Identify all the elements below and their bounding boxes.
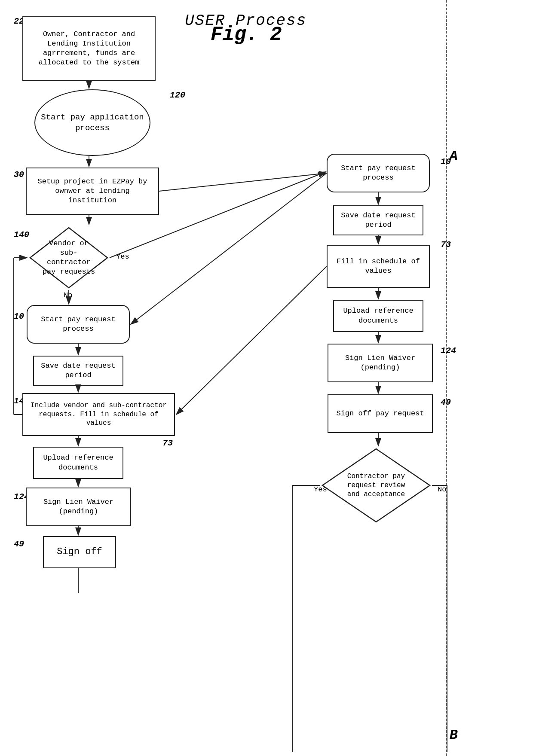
diamond-contractor-review: Contractor pay request review and accept… [320, 447, 432, 524]
rounded-start-pay-left: Start pay request process [27, 305, 130, 344]
label-73-right: 73 [441, 240, 451, 250]
box-include-vendor: Include vendor and sub-contractor reques… [22, 393, 175, 436]
label-49-right: 49 [441, 397, 451, 407]
label-140-diamond: 140 [14, 230, 29, 240]
label-10-right: 10 [441, 157, 451, 167]
boundary-line [446, 0, 447, 756]
diamond-right-no: No [438, 485, 446, 494]
diamond-vendor-pay: Vendor or sub-contractor pay requests [28, 226, 110, 290]
diamond-right-yes: Yes [314, 485, 327, 494]
label-120: 120 [170, 90, 185, 100]
section-b-label: B [450, 727, 458, 743]
label-49-left: 49 [14, 539, 24, 549]
rounded-start-pay-right: Start pay request process [327, 154, 430, 192]
diamond-yes-label: Yes [116, 253, 129, 261]
box-upload-right: Upload reference documents [333, 300, 423, 332]
box-sign-lien-right: Sign Lien Waiver (pending) [328, 344, 433, 382]
label-30: 30 [14, 170, 24, 180]
box-fill-schedule: Fill in schedule of values [327, 245, 430, 288]
box-upload-left: Upload reference documents [33, 447, 123, 479]
svg-line-28 [131, 173, 327, 324]
fig2-title: Fig. 2 [211, 24, 282, 46]
box-owner-contractor: Owner, Contractor and Lending Institutio… [22, 16, 156, 81]
label-73-left: 73 [162, 438, 173, 448]
svg-line-29 [159, 173, 327, 191]
box-save-date-left: Save date request period [33, 356, 123, 386]
oval-start-pay-application: Start pay application process [34, 89, 150, 156]
label-10-left: 10 [14, 311, 24, 321]
box-sign-lien-left: Sign Lien Waiver (pending) [26, 488, 131, 526]
box-sign-off: Sign off [43, 536, 116, 568]
label-124-right: 124 [441, 346, 456, 356]
diamond-no-label: No [64, 291, 72, 299]
box-sign-off-pay: Sign off pay request [328, 394, 433, 433]
box-setup-project: Setup project in EZPay by ownwer at lend… [26, 168, 159, 215]
box-save-date-right: Save date request period [333, 205, 423, 235]
svg-line-27 [176, 266, 327, 415]
diagram-container: A B USER Process Fig. 2 22 Owner, Contra… [0, 0, 533, 756]
